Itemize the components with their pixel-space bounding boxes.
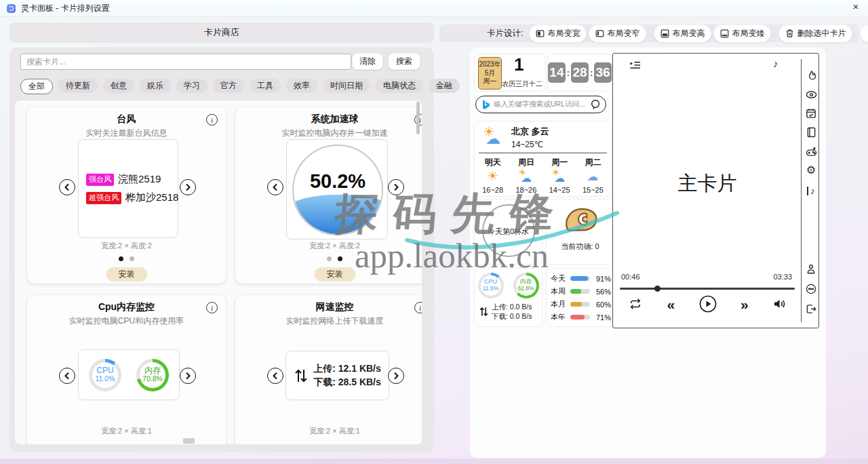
stat-bar (570, 315, 590, 320)
layout-taller-icon (660, 29, 669, 38)
search-input[interactable] (20, 54, 351, 70)
tag-efficiency[interactable]: 效率 (286, 79, 317, 93)
trash-icon (785, 28, 794, 38)
typhoon-level-badge: 强台风 (86, 174, 114, 186)
total-time: 03:33 (773, 273, 792, 281)
next-arrow-button[interactable] (388, 179, 404, 195)
layout-widen-button[interactable]: 布局变宽 (529, 24, 587, 43)
prev-arrow-button[interactable] (267, 368, 283, 384)
tag-finance[interactable]: 金融 (429, 79, 460, 93)
water-tracker-widget[interactable]: 今天第0杯水 (474, 199, 542, 265)
tag-pc-status[interactable]: 电脑状态 (376, 79, 423, 93)
water-fill (292, 195, 383, 235)
close-icon[interactable]: × (849, 1, 863, 12)
next-arrow-button[interactable] (180, 368, 196, 384)
player-progress-bar[interactable] (620, 288, 795, 290)
previous-track-icon[interactable]: « (667, 297, 675, 311)
store-header: 卡片商店 (9, 22, 434, 43)
tag-entertainment[interactable]: 娱乐 (140, 79, 171, 93)
layout-taller-button[interactable]: 布局变高 (654, 24, 711, 43)
tag-study[interactable]: 学习 (176, 79, 208, 93)
next-arrow-button[interactable] (180, 179, 196, 195)
layout-narrow-button[interactable]: 布局变窄 (589, 24, 646, 43)
info-icon[interactable]: i (206, 114, 218, 125)
prev-arrow-button[interactable] (59, 179, 75, 195)
cpu-value: 11.0% (96, 375, 115, 383)
cpu-ring-gauge: CPU 11.0% (89, 359, 121, 391)
calendar-widget[interactable]: 2023年 5月 周一 1 农历三月十二 (474, 54, 546, 92)
logout-icon[interactable] (804, 302, 818, 315)
next-track-icon[interactable]: » (741, 297, 749, 311)
layout-shorter-button[interactable]: 布局变矮 (713, 24, 771, 43)
page-dot[interactable] (338, 256, 342, 261)
page-dot[interactable] (130, 256, 134, 261)
main-card[interactable]: ♪ 主卡片 ⚙ (612, 53, 819, 328)
stat-bar (570, 302, 590, 307)
calendar-check-icon[interactable] (804, 107, 818, 120)
info-icon[interactable]: i (414, 302, 422, 313)
tag-tools[interactable]: 工具 (250, 79, 281, 93)
page-dot[interactable] (327, 256, 332, 261)
eye-icon[interactable] (804, 88, 818, 101)
store-horizontal-scrollbar[interactable] (183, 438, 195, 444)
typhoon-name: 桦加沙2518 (125, 191, 178, 204)
tag-official[interactable]: 官方 (213, 79, 244, 93)
tag-all[interactable]: 全部 (20, 79, 53, 94)
usage-stats-widget[interactable]: 今天 91% 本周 56% 本月 60% 本年 71% (546, 268, 614, 327)
search-widget-placeholder: 输入关键字搜索或URL访问... (494, 100, 587, 109)
player-progress-thumb[interactable] (654, 286, 660, 292)
install-button[interactable]: 安装 (315, 267, 355, 281)
download-speed: 下载: 28.5 KB/s (313, 376, 381, 389)
stat-bar (570, 289, 590, 294)
card-size-label: 宽度:2 × 高度:2 (235, 241, 422, 251)
next-arrow-button[interactable] (388, 368, 404, 384)
music-note-icon[interactable]: ♪ (773, 58, 778, 69)
flame-icon[interactable] (804, 69, 818, 82)
clock-hours: 14 (548, 62, 566, 83)
page-dot[interactable] (119, 256, 123, 261)
user-icon[interactable] (804, 262, 818, 275)
clear-button[interactable]: 清除 (352, 53, 383, 70)
window-title: 灵卡面板 - 卡片排列设置 (21, 3, 110, 14)
upload-speed: 上传: 0.0 B/s (492, 302, 532, 311)
tag-pending-update[interactable]: 待更新 (58, 79, 98, 93)
stat-bar-fill (570, 302, 582, 307)
music-player-icon[interactable]: ♪ (804, 184, 818, 197)
forecast-day: 周二 ☀☁ 15~25 (577, 157, 608, 194)
delete-selected-card-button[interactable]: 删除选中卡片 (778, 24, 852, 43)
tag-creative[interactable]: 创意 (103, 79, 134, 93)
card-size-label: 宽度:2 × 高度:1 (27, 426, 226, 436)
repeat-icon[interactable] (628, 298, 643, 310)
install-button[interactable]: 安装 (106, 267, 147, 281)
store-vertical-scrollbar[interactable] (416, 102, 420, 134)
play-icon[interactable] (699, 295, 717, 313)
page-dots (235, 256, 422, 261)
book-icon[interactable] (804, 125, 818, 139)
confirm-button[interactable]: 确定 (860, 24, 868, 43)
volume-icon[interactable] (772, 298, 786, 310)
acceleration-ball: 50.2% (292, 144, 383, 235)
card-subtitle: 实时监控电脑内存并一键加速 (235, 128, 422, 139)
prev-arrow-button[interactable] (267, 179, 283, 195)
layout-narrow-label: 布局变窄 (607, 28, 639, 39)
gear-icon[interactable]: ⚙ (804, 163, 818, 176)
calendar-lunar-date: 农历三月十二 (502, 79, 542, 89)
system-monitor-widget[interactable]: CPU 11.6% 内存 62.8% 上传: 0.0 B/s 下 (474, 268, 542, 327)
prev-arrow-button[interactable] (59, 368, 75, 384)
store-card-cpu-monitor: Cpu内存监控 i 实时监控电脑CPU和内存使用率 CPU 11.0% 内存 7… (27, 295, 226, 444)
tag-datetime[interactable]: 时间日期 (323, 79, 370, 93)
more-options-icon[interactable] (804, 282, 818, 296)
store-card-list: 台风 i 实时关注最新台风信息 强台风 浣熊2519 超强台风 桦加沙2518 (15, 100, 422, 444)
web-search-widget[interactable]: 输入关键字搜索或URL访问... (475, 96, 606, 113)
playlist-icon[interactable] (629, 60, 641, 70)
forecast-day: 明天 ☀☁ 16~28 (477, 157, 509, 194)
info-icon[interactable]: i (206, 302, 218, 313)
wooden-fish-widget[interactable]: 当前功德: 0 (546, 199, 614, 265)
bing-logo-icon (481, 100, 490, 110)
weather-widget[interactable]: ☀ ☁ 北京 多云 14~25℃ 明天 ☀☁ 16~28 周日 ☀☁ (474, 121, 612, 197)
flip-clock-widget[interactable]: 14 : 28 : 36 (547, 54, 612, 92)
wooden-fish-icon[interactable] (561, 205, 599, 236)
weather-current: ☀ ☁ 北京 多云 14~25℃ (475, 121, 611, 151)
search-button[interactable]: 搜索 (388, 53, 420, 70)
gamepad-icon[interactable] (804, 145, 818, 159)
